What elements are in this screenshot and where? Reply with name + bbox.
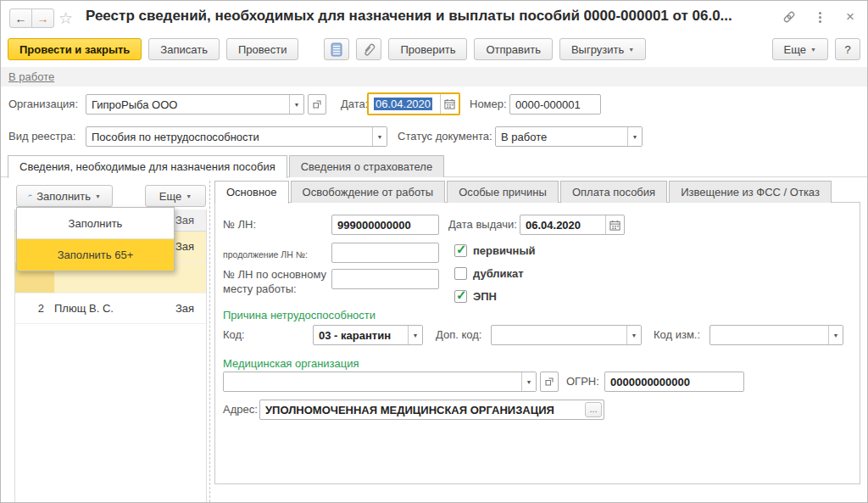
number-field[interactable]: 0000-000001: [509, 94, 601, 115]
medical-org-open-button[interactable]: [540, 372, 559, 392]
organization-value: ГипроРыба ООО: [86, 98, 289, 111]
primary-checkbox-box[interactable]: ✓: [454, 244, 467, 257]
medical-org-combo[interactable]: ▼: [223, 372, 537, 392]
document-list-button[interactable]: [324, 38, 349, 60]
chevron-down-icon: ▼: [186, 193, 192, 199]
organization-label: Организация:: [8, 94, 78, 115]
checkbox-primary[interactable]: ✓ первичный: [454, 244, 536, 257]
document-window: ← → ☆ Реестр сведений, необходимых для н…: [0, 0, 868, 503]
tab-benefit-payment[interactable]: Оплата пособия: [560, 181, 667, 203]
help-icon: ?: [844, 43, 850, 56]
issue-date-field[interactable]: 06.04.2020: [520, 215, 625, 235]
post-button[interactable]: Провести: [226, 38, 299, 60]
eln-checkbox-label: ЭПН: [473, 290, 497, 303]
address-value: УПОЛНОМОЧЕННАЯ МЕДИЦИНСКАЯ ОРГАНИЗАЦИЯ: [260, 404, 585, 416]
organization-dropdown-arrow-icon[interactable]: ▼: [289, 95, 303, 114]
chevron-down-icon: ▼: [628, 47, 634, 53]
list-icon: [331, 42, 342, 57]
post-and-close-label: Провести и закрыть: [19, 43, 130, 56]
date-field[interactable]: 06.04.2020: [367, 92, 460, 115]
more-options-icon[interactable]: [811, 8, 828, 25]
code-change-dropdown-arrow-icon[interactable]: ▼: [828, 326, 843, 344]
more-button[interactable]: Еще▼: [772, 38, 828, 60]
check-icon: ✓: [456, 242, 467, 257]
duplicate-checkbox-box[interactable]: [454, 267, 467, 280]
medical-org-dropdown-arrow-icon[interactable]: ▼: [521, 372, 536, 391]
chevron-down-icon: ▼: [810, 47, 816, 53]
tab-main[interactable]: Основное: [214, 181, 289, 204]
organization-open-button[interactable]: [308, 94, 326, 115]
tab-benefit-info[interactable]: Сведения, необходимые для назначения пос…: [8, 155, 287, 178]
close-icon[interactable]: ×: [842, 8, 859, 25]
registry-type-combo[interactable]: Пособия по нетрудоспособности ▼: [86, 126, 387, 147]
row1-application-cell[interactable]: Зая: [175, 232, 194, 261]
ln-main-work-label-line2: месту работы:: [223, 282, 297, 295]
tab-work-release[interactable]: Освобождение от работы: [291, 181, 446, 203]
code-change-combo[interactable]: ▼: [709, 325, 843, 345]
attachments-button[interactable]: [356, 38, 381, 60]
save-button[interactable]: Записать: [148, 38, 220, 60]
calendar-icon[interactable]: [440, 94, 459, 114]
medical-org-header: Медицинская организация: [223, 357, 359, 370]
tab-insurer-info[interactable]: Сведения о страхователе: [289, 155, 444, 177]
ln-continuation-field[interactable]: [331, 243, 439, 263]
additional-code-combo[interactable]: ▼: [491, 325, 642, 345]
doc-status-dropdown-arrow-icon[interactable]: ▼: [627, 127, 642, 146]
nav-forward-button[interactable]: →: [31, 8, 54, 28]
send-label: Отправить: [486, 43, 540, 56]
tab-fss-notice[interactable]: Извещение из ФСС / Отказ: [669, 181, 832, 203]
post-and-close-button[interactable]: Провести и закрыть: [8, 38, 142, 60]
table-row-2[interactable]: 2 Плющ В. С. Зая: [15, 293, 206, 324]
ln-main-work-field[interactable]: [331, 269, 439, 289]
duplicate-checkbox-label: дубликат: [473, 267, 524, 280]
help-button[interactable]: ?: [835, 38, 860, 60]
doc-status-combo[interactable]: В работе ▼: [495, 126, 643, 147]
row2-application-cell[interactable]: Зая: [175, 293, 194, 323]
fill-button[interactable]: Заполнить ▼: [16, 185, 113, 207]
ln-continuation-label: продолжение ЛН №:: [223, 244, 308, 265]
panel-splitter[interactable]: [209, 181, 210, 502]
organization-combo[interactable]: ГипроРыба ООО ▼: [86, 94, 304, 115]
registry-dropdown-arrow-icon[interactable]: ▼: [372, 127, 387, 146]
additional-code-dropdown-arrow-icon[interactable]: ▼: [626, 326, 641, 344]
checkbox-duplicate[interactable]: дубликат: [454, 267, 524, 280]
upload-label: Выгрузить: [571, 43, 624, 56]
ln-number-field[interactable]: 999000000000: [331, 215, 439, 235]
row2-name-cell[interactable]: Плющ В. С.: [54, 293, 114, 323]
code-value: 03 - карантин: [314, 329, 408, 342]
ogrn-field[interactable]: 0000000000000: [604, 372, 744, 392]
row2-number-cell[interactable]: 2: [27, 293, 44, 323]
page-title: Реестр сведений, необходимых для назначе…: [86, 8, 787, 25]
more-label: Еще: [784, 43, 806, 56]
chain-link-icon: [782, 9, 797, 25]
detail-tabs: Основное Освобождение от работы Особые п…: [214, 181, 833, 204]
address-field[interactable]: УПОЛНОМОЧЕННАЯ МЕДИЦИНСКАЯ ОРГАНИЗАЦИЯ .…: [259, 400, 604, 420]
primary-checkbox-label: первичный: [473, 244, 536, 257]
fill-arrow-icon: [28, 191, 32, 201]
ogrn-value: 0000000000000: [605, 376, 743, 388]
save-label: Записать: [160, 43, 208, 56]
address-select-button[interactable]: ...: [585, 402, 602, 417]
favorite-star-icon[interactable]: ☆: [58, 8, 73, 28]
document-state-link[interactable]: В работе: [8, 70, 54, 83]
code-change-label: Код изм.:: [654, 325, 700, 345]
nav-back-button[interactable]: ←: [9, 8, 32, 28]
forward-arrow-icon: →: [37, 12, 49, 25]
checkbox-eln[interactable]: ✓ ЭПН: [454, 290, 497, 303]
ln-number-value: 999000000000: [332, 219, 438, 232]
check-button[interactable]: Проверить: [388, 38, 467, 60]
send-button[interactable]: Отправить: [474, 38, 552, 60]
eln-checkbox-box[interactable]: ✓: [454, 290, 467, 303]
address-label: Адрес:: [223, 400, 258, 420]
menu-item-fill[interactable]: Заполнить: [17, 208, 174, 239]
upload-button[interactable]: Выгрузить▼: [559, 38, 646, 60]
date-label: Дата:: [341, 94, 368, 115]
left-more-button[interactable]: Еще ▼: [145, 185, 206, 207]
menu-item-fill-65plus[interactable]: Заполнить 65+: [17, 239, 174, 271]
check-icon: ✓: [456, 288, 467, 303]
issue-date-calendar-icon[interactable]: [605, 215, 624, 234]
tab-special-reasons[interactable]: Особые причины: [447, 181, 559, 203]
code-dropdown-arrow-icon[interactable]: ▼: [408, 326, 422, 344]
code-combo[interactable]: 03 - карантин ▼: [313, 325, 423, 345]
link-icon[interactable]: [781, 8, 798, 25]
